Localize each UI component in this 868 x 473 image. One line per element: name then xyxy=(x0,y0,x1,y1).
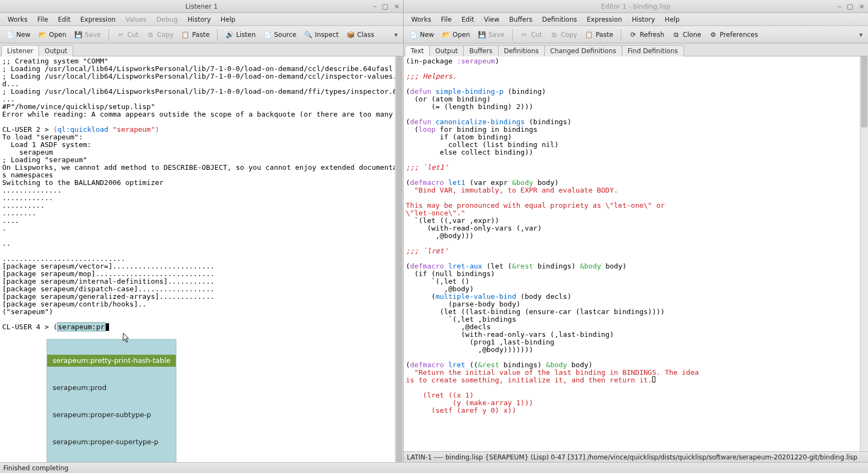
menu-works[interactable]: Works xyxy=(3,15,32,24)
save-button: 💾Save xyxy=(474,29,507,41)
tab-changed-definitions[interactable]: Changed Definitions xyxy=(544,45,622,56)
cut-icon: ✂ xyxy=(117,30,125,39)
menu-debug: Debug xyxy=(152,15,182,24)
close-icon[interactable]: × xyxy=(859,2,865,10)
new-button[interactable]: 📄New xyxy=(406,29,437,41)
listener-window: Listener 1 – ▢ × Works File Edit Express… xyxy=(0,0,404,462)
class-icon: 📦 xyxy=(346,30,355,39)
paste-icon: 📋 xyxy=(181,30,190,39)
menu-file[interactable]: File xyxy=(33,15,53,24)
editor-statusbar: LATIN-1 ---- binding.lisp {SERAPEUM} (Li… xyxy=(404,451,868,462)
close-icon[interactable]: × xyxy=(394,2,400,10)
editor-caret xyxy=(652,376,655,382)
paste-button[interactable]: 📋Paste xyxy=(582,29,616,41)
menu-edit[interactable]: Edit xyxy=(54,15,75,24)
refresh-icon: ⟳ xyxy=(629,30,637,39)
editor-content: (in-package :serapeum) ;;; Helpers. (def… xyxy=(404,56,868,451)
menu-view[interactable]: View xyxy=(480,15,503,24)
open-button[interactable]: 📂Open xyxy=(438,29,473,41)
minimize-icon[interactable]: – xyxy=(373,2,376,10)
editor-scrollbar[interactable] xyxy=(860,56,868,451)
inspect-button[interactable]: 🔍Inspect xyxy=(301,29,342,41)
completion-popup: serapeum:pretty-print-hash-table serapeu… xyxy=(47,339,176,462)
new-icon: 📄 xyxy=(409,30,418,39)
inspect-icon: 🔍 xyxy=(304,30,312,39)
menu-help[interactable]: Help xyxy=(216,15,240,24)
new-icon: 📄 xyxy=(5,30,14,39)
editor-tabbar: Text Output Buffers Definitions Changed … xyxy=(404,43,868,56)
toolbar-separator xyxy=(217,29,218,41)
toolbar-separator xyxy=(621,29,621,41)
listener-titlebar[interactable]: Listener 1 – ▢ × xyxy=(0,0,403,13)
tab-listener[interactable]: Listener xyxy=(1,45,39,56)
copy-icon: ⧉ xyxy=(146,30,155,39)
maximize-icon[interactable]: ▢ xyxy=(382,2,388,10)
tab-text[interactable]: Text xyxy=(405,45,430,56)
completion-item[interactable]: serapeum:prod xyxy=(47,382,176,394)
menu-expression[interactable]: Expression xyxy=(583,15,627,24)
open-icon: 📂 xyxy=(442,30,450,39)
text-caret xyxy=(105,323,109,331)
maximize-icon[interactable]: ▢ xyxy=(847,2,853,10)
toolbar-separator xyxy=(512,29,513,41)
typed-symbol: serapeum:pr xyxy=(58,323,105,331)
completion-item[interactable]: serapeum:pretty-print-hash-table xyxy=(47,355,176,367)
toolbar-overflow-icon[interactable]: ▾ xyxy=(856,31,866,39)
tab-definitions[interactable]: Definitions xyxy=(498,45,545,56)
menu-help[interactable]: Help xyxy=(660,15,684,24)
listen-button[interactable]: 🔊Listen xyxy=(222,29,259,41)
minimize-icon[interactable]: – xyxy=(838,2,841,10)
tab-buffers[interactable]: Buffers xyxy=(463,45,499,56)
listener-content: ;; Creating system "COMM" ; Loading /usr… xyxy=(0,56,403,462)
clone-icon: ⧉ xyxy=(672,30,681,39)
listener-scrollbar[interactable] xyxy=(395,56,403,462)
toolbar-overflow-icon[interactable]: ▾ xyxy=(391,31,401,39)
menu-buffers[interactable]: Buffers xyxy=(505,15,537,24)
menu-history[interactable]: History xyxy=(183,15,215,24)
editor-window: Editor 1 - binding.lisp – ▢ × Works File… xyxy=(404,0,868,462)
new-button[interactable]: 📄New xyxy=(2,29,34,41)
cut-button: ✂Cut xyxy=(113,29,142,41)
open-button[interactable]: 📂Open xyxy=(35,29,69,41)
completion-item[interactable]: serapeum:proper-subtype-p xyxy=(47,409,176,421)
completion-item[interactable]: serapeum:proper-supertype-p xyxy=(47,436,176,448)
save-icon: 💾 xyxy=(477,30,486,39)
refresh-button[interactable]: ⟳Refresh xyxy=(626,29,667,41)
editor-titlebar[interactable]: Editor 1 - binding.lisp – ▢ × xyxy=(404,0,868,13)
toolbar-separator xyxy=(108,29,109,41)
menu-values: Values xyxy=(121,15,151,24)
source-button[interactable]: 📄Source xyxy=(260,29,299,41)
listener-repl[interactable]: ;; Creating system "COMM" ; Loading /usr… xyxy=(0,56,395,462)
menu-file[interactable]: File xyxy=(437,15,456,24)
editor-title: Editor 1 - binding.lisp xyxy=(601,3,671,10)
cut-button: ✂Cut xyxy=(517,29,546,41)
open-icon: 📂 xyxy=(38,30,47,39)
gear-icon: ⚙ xyxy=(709,30,718,39)
menu-edit[interactable]: Edit xyxy=(457,15,478,24)
listener-menubar: Works File Edit Expression Values Debug … xyxy=(0,13,403,26)
copy-icon: ⧉ xyxy=(550,30,558,39)
paste-icon: 📋 xyxy=(585,30,593,39)
tab-find-definitions[interactable]: Find Definitions xyxy=(622,45,684,56)
menu-definitions[interactable]: Definitions xyxy=(538,15,581,24)
menu-expression[interactable]: Expression xyxy=(76,15,120,24)
tab-output[interactable]: Output xyxy=(429,45,464,56)
editor-menubar: Works File Edit View Buffers Definitions… xyxy=(404,13,868,26)
listener-toolbar: 📄New 📂Open 💾Save ✂Cut ⧉Copy 📋Paste 🔊List… xyxy=(0,26,403,43)
editor-toolbar: 📄New 📂Open 💾Save ✂Cut ⧉Copy 📋Paste ⟳Refr… xyxy=(404,26,868,43)
clone-button[interactable]: ⧉Clone xyxy=(669,29,705,41)
cut-icon: ✂ xyxy=(520,30,529,39)
paste-button[interactable]: 📋Paste xyxy=(178,29,213,41)
class-button[interactable]: 📦Class xyxy=(343,29,378,41)
listen-icon: 🔊 xyxy=(225,30,234,39)
editor-source[interactable]: (in-package :serapeum) ;;; Helpers. (def… xyxy=(404,56,860,451)
menu-history[interactable]: History xyxy=(628,15,660,24)
source-icon: 📄 xyxy=(263,30,272,39)
preferences-button[interactable]: ⚙Preferences xyxy=(706,29,762,41)
global-statusbar: Finished completing xyxy=(0,462,868,473)
menu-works[interactable]: Works xyxy=(407,15,436,24)
save-icon: 💾 xyxy=(74,30,82,39)
tab-output[interactable]: Output xyxy=(39,45,73,56)
copy-button: ⧉Copy xyxy=(546,29,580,41)
mouse-cursor-icon xyxy=(123,333,131,343)
